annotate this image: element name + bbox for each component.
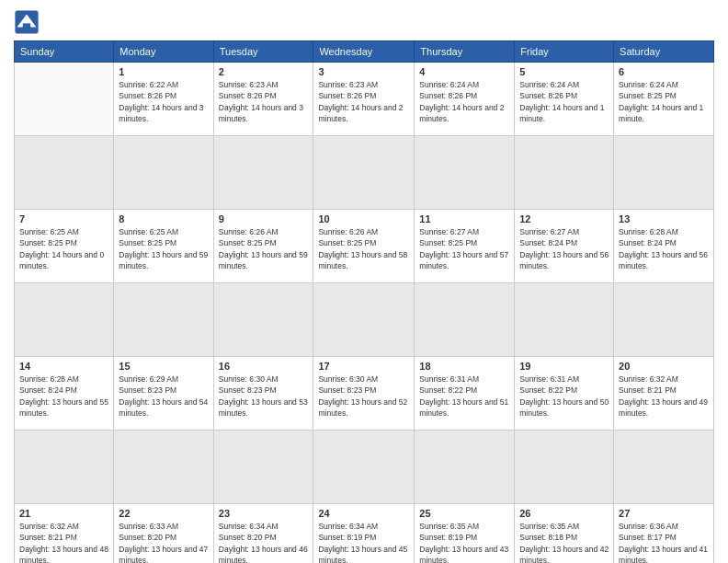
- day-number: 17: [318, 361, 409, 372]
- calendar-cell: 26Sunrise: 6:35 AMSunset: 8:18 PMDayligh…: [515, 504, 614, 564]
- day-info: Sunrise: 6:27 AMSunset: 8:25 PMDaylight:…: [419, 226, 509, 271]
- day-info: Sunrise: 6:26 AMSunset: 8:25 PMDaylight:…: [219, 226, 309, 271]
- calendar-cell: 12Sunrise: 6:27 AMSunset: 8:24 PMDayligh…: [515, 210, 614, 283]
- day-number: 6: [619, 66, 709, 77]
- day-number: 22: [119, 508, 208, 519]
- day-info: Sunrise: 6:28 AMSunset: 8:24 PMDaylight:…: [619, 226, 709, 271]
- calendar-cell: 11Sunrise: 6:27 AMSunset: 8:25 PMDayligh…: [415, 210, 515, 283]
- separator-cell: [114, 431, 213, 504]
- day-info: Sunrise: 6:35 AMSunset: 8:19 PMDaylight:…: [419, 521, 509, 563]
- calendar-cell: 14Sunrise: 6:28 AMSunset: 8:24 PMDayligh…: [15, 357, 114, 431]
- logo-icon: [14, 9, 40, 35]
- day-number: 20: [619, 361, 709, 372]
- day-info: Sunrise: 6:36 AMSunset: 8:17 PMDaylight:…: [619, 521, 709, 563]
- calendar-table: SundayMondayTuesdayWednesdayThursdayFrid…: [14, 40, 714, 563]
- day-info: Sunrise: 6:26 AMSunset: 8:25 PMDaylight:…: [318, 226, 409, 271]
- separator-cell: [313, 136, 415, 210]
- day-header-wednesday: Wednesday: [313, 41, 415, 63]
- day-number: 14: [19, 361, 108, 372]
- separator-cell: [415, 136, 515, 210]
- day-number: 5: [519, 66, 609, 77]
- day-number: 16: [219, 361, 309, 372]
- calendar-cell: 10Sunrise: 6:26 AMSunset: 8:25 PMDayligh…: [313, 210, 415, 283]
- calendar-cell: 23Sunrise: 6:34 AMSunset: 8:20 PMDayligh…: [213, 504, 313, 564]
- calendar-cell: 2Sunrise: 6:23 AMSunset: 8:26 PMDaylight…: [213, 63, 313, 136]
- day-info: Sunrise: 6:24 AMSunset: 8:25 PMDaylight:…: [619, 79, 709, 124]
- day-info: Sunrise: 6:34 AMSunset: 8:20 PMDaylight:…: [219, 521, 309, 563]
- day-header-tuesday: Tuesday: [213, 41, 313, 63]
- calendar-cell: 15Sunrise: 6:29 AMSunset: 8:23 PMDayligh…: [114, 357, 213, 431]
- separator-cell: [614, 283, 714, 357]
- calendar-cell: 17Sunrise: 6:30 AMSunset: 8:23 PMDayligh…: [313, 357, 415, 431]
- separator-cell: [15, 283, 114, 357]
- day-header-sunday: Sunday: [15, 41, 114, 63]
- day-number: 9: [219, 213, 309, 224]
- calendar-cell: 22Sunrise: 6:33 AMSunset: 8:20 PMDayligh…: [114, 504, 213, 564]
- day-info: Sunrise: 6:30 AMSunset: 8:23 PMDaylight:…: [318, 373, 409, 419]
- calendar-cell: 18Sunrise: 6:31 AMSunset: 8:22 PMDayligh…: [415, 357, 515, 431]
- separator-cell: [614, 136, 714, 210]
- day-info: Sunrise: 6:33 AMSunset: 8:20 PMDaylight:…: [119, 521, 208, 563]
- day-info: Sunrise: 6:23 AMSunset: 8:26 PMDaylight:…: [318, 79, 409, 124]
- separator-cell: [515, 136, 614, 210]
- calendar-cell: 13Sunrise: 6:28 AMSunset: 8:24 PMDayligh…: [614, 210, 714, 283]
- day-number: 2: [219, 66, 309, 77]
- calendar-week-row: 7Sunrise: 6:25 AMSunset: 8:25 PMDaylight…: [15, 210, 714, 283]
- separator-cell: [614, 431, 714, 504]
- day-number: 21: [19, 508, 108, 519]
- calendar-cell: [15, 63, 114, 136]
- calendar-week-row: 21Sunrise: 6:32 AMSunset: 8:21 PMDayligh…: [15, 504, 714, 564]
- day-number: 7: [19, 213, 108, 224]
- calendar-cell: 5Sunrise: 6:24 AMSunset: 8:26 PMDaylight…: [515, 63, 614, 136]
- calendar-cell: 19Sunrise: 6:31 AMSunset: 8:22 PMDayligh…: [515, 357, 614, 431]
- day-info: Sunrise: 6:34 AMSunset: 8:19 PMDaylight:…: [318, 521, 409, 563]
- day-header-thursday: Thursday: [415, 41, 515, 63]
- calendar-cell: 20Sunrise: 6:32 AMSunset: 8:21 PMDayligh…: [614, 357, 714, 431]
- day-info: Sunrise: 6:35 AMSunset: 8:18 PMDaylight:…: [519, 521, 609, 563]
- day-info: Sunrise: 6:29 AMSunset: 8:23 PMDaylight:…: [119, 373, 208, 419]
- separator-cell: [313, 283, 415, 357]
- day-number: 8: [119, 213, 208, 224]
- day-info: Sunrise: 6:27 AMSunset: 8:24 PMDaylight:…: [519, 226, 609, 271]
- separator-cell: [415, 431, 515, 504]
- row-separator: [15, 136, 714, 210]
- day-number: 19: [519, 361, 609, 372]
- day-info: Sunrise: 6:31 AMSunset: 8:22 PMDaylight:…: [519, 373, 609, 419]
- day-info: Sunrise: 6:28 AMSunset: 8:24 PMDaylight:…: [19, 373, 108, 419]
- separator-cell: [515, 431, 614, 504]
- svg-rect-2: [23, 23, 30, 29]
- day-number: 15: [119, 361, 208, 372]
- separator-cell: [15, 136, 114, 210]
- calendar-header-row: SundayMondayTuesdayWednesdayThursdayFrid…: [15, 41, 714, 63]
- calendar-cell: 8Sunrise: 6:25 AMSunset: 8:25 PMDaylight…: [114, 210, 213, 283]
- day-header-saturday: Saturday: [614, 41, 714, 63]
- calendar-cell: 6Sunrise: 6:24 AMSunset: 8:25 PMDaylight…: [614, 63, 714, 136]
- calendar-cell: 16Sunrise: 6:30 AMSunset: 8:23 PMDayligh…: [213, 357, 313, 431]
- day-info: Sunrise: 6:32 AMSunset: 8:21 PMDaylight:…: [19, 521, 108, 563]
- separator-cell: [114, 283, 213, 357]
- calendar-cell: 3Sunrise: 6:23 AMSunset: 8:26 PMDaylight…: [313, 63, 415, 136]
- calendar-cell: 4Sunrise: 6:24 AMSunset: 8:26 PMDaylight…: [415, 63, 515, 136]
- separator-cell: [213, 136, 313, 210]
- calendar-cell: 9Sunrise: 6:26 AMSunset: 8:25 PMDaylight…: [213, 210, 313, 283]
- separator-cell: [114, 136, 213, 210]
- day-number: 10: [318, 213, 409, 224]
- separator-cell: [313, 431, 415, 504]
- day-number: 26: [519, 508, 609, 519]
- page: SundayMondayTuesdayWednesdayThursdayFrid…: [0, 0, 728, 563]
- calendar-cell: 24Sunrise: 6:34 AMSunset: 8:19 PMDayligh…: [313, 504, 415, 564]
- day-number: 4: [419, 66, 509, 77]
- calendar-cell: 27Sunrise: 6:36 AMSunset: 8:17 PMDayligh…: [614, 504, 714, 564]
- day-info: Sunrise: 6:25 AMSunset: 8:25 PMDaylight:…: [19, 226, 108, 271]
- day-number: 12: [519, 213, 609, 224]
- row-separator: [15, 431, 714, 504]
- day-number: 27: [619, 508, 709, 519]
- calendar-cell: 7Sunrise: 6:25 AMSunset: 8:25 PMDaylight…: [15, 210, 114, 283]
- day-header-friday: Friday: [515, 41, 614, 63]
- day-number: 3: [318, 66, 409, 77]
- day-info: Sunrise: 6:22 AMSunset: 8:26 PMDaylight:…: [119, 79, 208, 124]
- day-info: Sunrise: 6:32 AMSunset: 8:21 PMDaylight:…: [619, 373, 709, 419]
- calendar-cell: 25Sunrise: 6:35 AMSunset: 8:19 PMDayligh…: [415, 504, 515, 564]
- day-number: 23: [219, 508, 309, 519]
- separator-cell: [515, 283, 614, 357]
